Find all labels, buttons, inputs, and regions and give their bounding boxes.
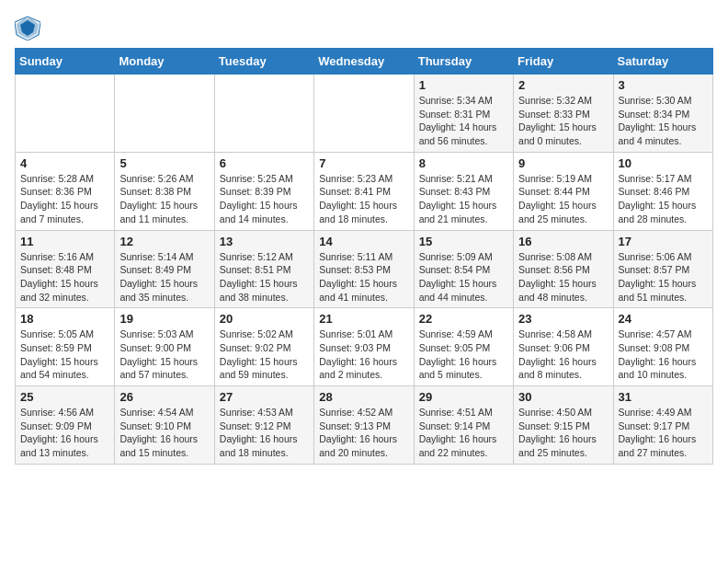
day-number: 7	[319, 156, 408, 170]
calendar-cell: 18Sunrise: 5:05 AMSunset: 8:59 PMDayligh…	[16, 308, 115, 386]
calendar-cell: 3Sunrise: 5:30 AMSunset: 8:34 PMDaylight…	[613, 75, 712, 153]
day-of-week-header: Monday	[115, 49, 214, 75]
day-number: 6	[220, 156, 309, 170]
calendar-cell: 27Sunrise: 4:53 AMSunset: 9:12 PMDayligh…	[214, 386, 313, 465]
day-number: 27	[220, 390, 309, 404]
day-number: 14	[319, 235, 408, 248]
day-info: Sunrise: 4:51 AMSunset: 9:14 PMDaylight:…	[419, 406, 508, 460]
day-info: Sunrise: 5:08 AMSunset: 8:56 PMDaylight:…	[518, 250, 608, 304]
calendar-cell	[16, 75, 115, 153]
calendar-cell: 9Sunrise: 5:19 AMSunset: 8:44 PMDaylight…	[514, 152, 613, 230]
calendar-cell: 21Sunrise: 5:01 AMSunset: 9:03 PMDayligh…	[314, 308, 414, 386]
calendar-cell: 6Sunrise: 5:25 AMSunset: 8:39 PMDaylight…	[214, 152, 313, 230]
day-info: Sunrise: 5:25 AMSunset: 8:39 PMDaylight:…	[220, 172, 309, 226]
day-number: 8	[419, 156, 508, 170]
day-info: Sunrise: 5:34 AMSunset: 8:31 PMDaylight:…	[419, 94, 508, 148]
calendar-cell: 25Sunrise: 4:56 AMSunset: 9:09 PMDayligh…	[16, 386, 115, 465]
calendar-cell: 12Sunrise: 5:14 AMSunset: 8:49 PMDayligh…	[115, 230, 214, 308]
day-number: 2	[518, 78, 608, 92]
day-info: Sunrise: 5:17 AMSunset: 8:46 PMDaylight:…	[619, 172, 708, 226]
day-info: Sunrise: 5:16 AMSunset: 8:48 PMDaylight:…	[20, 250, 109, 304]
calendar-cell: 2Sunrise: 5:32 AMSunset: 8:33 PMDaylight…	[514, 75, 613, 153]
day-of-week-header: Sunday	[16, 49, 115, 75]
day-info: Sunrise: 5:01 AMSunset: 9:03 PMDaylight:…	[319, 327, 408, 382]
day-number: 26	[119, 390, 209, 404]
day-number: 18	[20, 312, 109, 326]
day-number: 29	[419, 390, 508, 404]
day-number: 19	[119, 312, 209, 326]
day-info: Sunrise: 5:05 AMSunset: 8:59 PMDaylight:…	[20, 327, 109, 382]
day-of-week-header: Wednesday	[314, 49, 414, 75]
calendar-cell: 16Sunrise: 5:08 AMSunset: 8:56 PMDayligh…	[514, 230, 613, 308]
day-number: 16	[518, 235, 608, 248]
day-info: Sunrise: 4:54 AMSunset: 9:10 PMDaylight:…	[119, 406, 209, 460]
day-number: 30	[518, 390, 608, 404]
day-info: Sunrise: 5:21 AMSunset: 8:43 PMDaylight:…	[419, 172, 508, 226]
day-of-week-header: Tuesday	[214, 49, 313, 75]
calendar-cell: 28Sunrise: 4:52 AMSunset: 9:13 PMDayligh…	[314, 386, 414, 465]
calendar-cell	[314, 75, 414, 153]
day-info: Sunrise: 5:06 AMSunset: 8:57 PMDaylight:…	[619, 250, 708, 304]
calendar-cell: 24Sunrise: 4:57 AMSunset: 9:08 PMDayligh…	[613, 308, 712, 386]
day-number: 12	[119, 235, 209, 248]
day-info: Sunrise: 5:23 AMSunset: 8:41 PMDaylight:…	[319, 172, 408, 226]
calendar-cell: 13Sunrise: 5:12 AMSunset: 8:51 PMDayligh…	[214, 230, 313, 308]
day-number: 10	[619, 156, 708, 170]
calendar-week-row: 18Sunrise: 5:05 AMSunset: 8:59 PMDayligh…	[16, 308, 713, 386]
day-info: Sunrise: 5:09 AMSunset: 8:54 PMDaylight:…	[419, 250, 508, 304]
calendar-cell: 20Sunrise: 5:02 AMSunset: 9:02 PMDayligh…	[214, 308, 313, 386]
calendar-cell: 11Sunrise: 5:16 AMSunset: 8:48 PMDayligh…	[16, 230, 115, 308]
calendar-header-row: SundayMondayTuesdayWednesdayThursdayFrid…	[16, 49, 713, 75]
calendar-cell: 26Sunrise: 4:54 AMSunset: 9:10 PMDayligh…	[115, 386, 214, 465]
day-number: 24	[619, 312, 708, 326]
day-info: Sunrise: 4:52 AMSunset: 9:13 PMDaylight:…	[319, 406, 408, 460]
day-number: 17	[619, 235, 708, 248]
calendar-week-row: 1Sunrise: 5:34 AMSunset: 8:31 PMDaylight…	[16, 75, 713, 153]
day-info: Sunrise: 4:53 AMSunset: 9:12 PMDaylight:…	[220, 406, 309, 460]
day-info: Sunrise: 4:56 AMSunset: 9:09 PMDaylight:…	[20, 406, 109, 460]
calendar-cell: 7Sunrise: 5:23 AMSunset: 8:41 PMDaylight…	[314, 152, 414, 230]
day-info: Sunrise: 5:14 AMSunset: 8:49 PMDaylight:…	[119, 250, 209, 304]
logo	[15, 15, 44, 40]
day-number: 11	[20, 235, 109, 248]
calendar-cell: 1Sunrise: 5:34 AMSunset: 8:31 PMDaylight…	[414, 75, 513, 153]
logo-icon	[15, 15, 40, 40]
calendar-cell: 29Sunrise: 4:51 AMSunset: 9:14 PMDayligh…	[414, 386, 513, 465]
day-info: Sunrise: 5:12 AMSunset: 8:51 PMDaylight:…	[220, 250, 309, 304]
header	[15, 15, 713, 40]
day-info: Sunrise: 4:49 AMSunset: 9:17 PMDaylight:…	[619, 406, 708, 460]
calendar-week-row: 25Sunrise: 4:56 AMSunset: 9:09 PMDayligh…	[16, 386, 713, 465]
day-info: Sunrise: 5:03 AMSunset: 9:00 PMDaylight:…	[119, 327, 209, 382]
calendar-cell: 23Sunrise: 4:58 AMSunset: 9:06 PMDayligh…	[514, 308, 613, 386]
calendar-cell: 30Sunrise: 4:50 AMSunset: 9:15 PMDayligh…	[514, 386, 613, 465]
day-number: 3	[619, 78, 708, 92]
day-info: Sunrise: 5:32 AMSunset: 8:33 PMDaylight:…	[518, 94, 608, 148]
calendar-cell: 17Sunrise: 5:06 AMSunset: 8:57 PMDayligh…	[613, 230, 712, 308]
calendar-cell: 10Sunrise: 5:17 AMSunset: 8:46 PMDayligh…	[613, 152, 712, 230]
calendar-week-row: 4Sunrise: 5:28 AMSunset: 8:36 PMDaylight…	[16, 152, 713, 230]
day-info: Sunrise: 4:57 AMSunset: 9:08 PMDaylight:…	[619, 327, 708, 382]
day-info: Sunrise: 5:26 AMSunset: 8:38 PMDaylight:…	[119, 172, 209, 226]
calendar-cell: 19Sunrise: 5:03 AMSunset: 9:00 PMDayligh…	[115, 308, 214, 386]
day-of-week-header: Saturday	[613, 49, 712, 75]
day-number: 25	[20, 390, 109, 404]
day-number: 13	[220, 235, 309, 248]
day-info: Sunrise: 4:59 AMSunset: 9:05 PMDaylight:…	[419, 327, 508, 382]
calendar-week-row: 11Sunrise: 5:16 AMSunset: 8:48 PMDayligh…	[16, 230, 713, 308]
day-number: 20	[220, 312, 309, 326]
day-info: Sunrise: 5:30 AMSunset: 8:34 PMDaylight:…	[619, 94, 708, 148]
calendar-table: SundayMondayTuesdayWednesdayThursdayFrid…	[15, 48, 713, 465]
day-number: 1	[419, 78, 508, 92]
day-info: Sunrise: 5:28 AMSunset: 8:36 PMDaylight:…	[20, 172, 109, 226]
calendar-cell	[115, 75, 214, 153]
day-number: 22	[419, 312, 508, 326]
calendar-cell: 22Sunrise: 4:59 AMSunset: 9:05 PMDayligh…	[414, 308, 513, 386]
calendar-cell: 8Sunrise: 5:21 AMSunset: 8:43 PMDaylight…	[414, 152, 513, 230]
calendar-cell: 31Sunrise: 4:49 AMSunset: 9:17 PMDayligh…	[613, 386, 712, 465]
calendar-cell: 15Sunrise: 5:09 AMSunset: 8:54 PMDayligh…	[414, 230, 513, 308]
day-info: Sunrise: 5:11 AMSunset: 8:53 PMDaylight:…	[319, 250, 408, 304]
day-number: 21	[319, 312, 408, 326]
day-number: 15	[419, 235, 508, 248]
day-info: Sunrise: 4:50 AMSunset: 9:15 PMDaylight:…	[518, 406, 608, 460]
day-info: Sunrise: 4:58 AMSunset: 9:06 PMDaylight:…	[518, 327, 608, 382]
